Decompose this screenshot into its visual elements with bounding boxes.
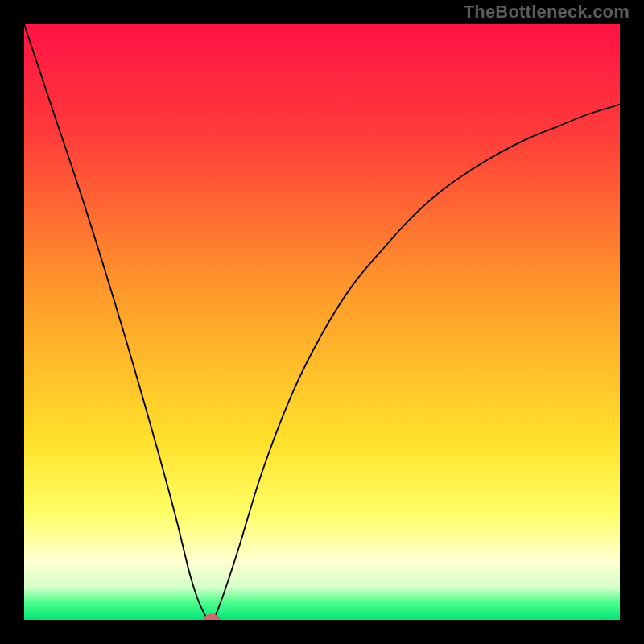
chart-background: [24, 24, 620, 620]
chart-frame: TheBottleneck.com: [0, 0, 644, 644]
watermark-label: TheBottleneck.com: [464, 2, 630, 23]
bottleneck-chart: [24, 24, 620, 620]
